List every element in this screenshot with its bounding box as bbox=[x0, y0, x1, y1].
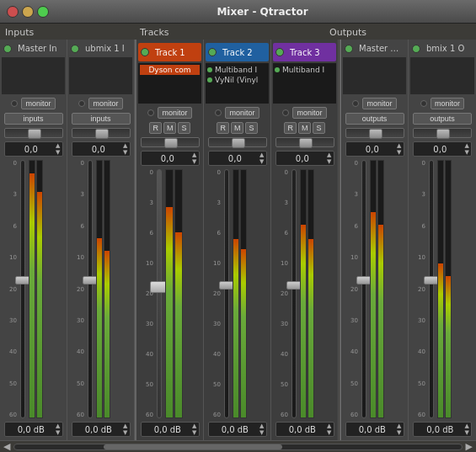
close-button[interactable] bbox=[7, 6, 19, 18]
channel-led bbox=[275, 48, 284, 56]
plugin-item-2[interactable]: VyNil (Vinyl bbox=[207, 75, 267, 85]
horizontal-scrollbar[interactable]: ◀ ▶ bbox=[0, 440, 476, 452]
volume-down[interactable]: ▼ bbox=[56, 149, 60, 156]
db-up[interactable]: ▲ bbox=[56, 423, 60, 429]
db-up[interactable]: ▲ bbox=[397, 423, 401, 429]
meter bbox=[96, 160, 110, 418]
scroll-right-arrow[interactable]: ▶ bbox=[466, 441, 473, 452]
volume-box: 0,0 ▲ ▼ bbox=[345, 141, 404, 157]
volume-box: 0,0 ▲ ▼ bbox=[413, 141, 472, 157]
solo-button[interactable]: S bbox=[245, 122, 257, 134]
fader[interactable] bbox=[157, 169, 162, 418]
db-down[interactable]: ▼ bbox=[259, 429, 264, 436]
plugin-item-1[interactable]: Multiband I bbox=[207, 65, 267, 75]
monitor-button[interactable]: monitor bbox=[21, 98, 55, 109]
scroll-left-arrow[interactable]: ◀ bbox=[3, 441, 10, 452]
meter bbox=[165, 169, 183, 418]
maximize-button[interactable] bbox=[37, 6, 49, 18]
db-down[interactable]: ▼ bbox=[397, 429, 401, 436]
tracks-section-label: Tracks bbox=[140, 27, 329, 38]
inputs-button[interactable]: inputs bbox=[4, 113, 63, 125]
scale-labels: 036102030405060 bbox=[71, 160, 84, 418]
monitor-button[interactable]: monitor bbox=[88, 98, 122, 109]
pan-slider[interactable] bbox=[208, 137, 267, 147]
volume-up[interactable]: ▲ bbox=[397, 142, 401, 149]
record-button[interactable]: R bbox=[284, 122, 297, 134]
volume-up[interactable]: ▲ bbox=[327, 152, 331, 158]
db-box: 0,0 dB ▲ ▼ bbox=[141, 422, 200, 437]
db-box: 0,0 dB ▲ ▼ bbox=[275, 422, 334, 437]
volume-down[interactable]: ▼ bbox=[397, 149, 401, 156]
db-down[interactable]: ▼ bbox=[465, 429, 469, 436]
volume-down[interactable]: ▼ bbox=[192, 158, 196, 165]
db-up[interactable]: ▲ bbox=[192, 423, 196, 429]
pan-slider[interactable] bbox=[345, 128, 404, 138]
fader[interactable] bbox=[291, 169, 297, 418]
minimize-button[interactable] bbox=[22, 6, 34, 18]
db-value: 0,0 dB bbox=[348, 425, 398, 434]
volume-up[interactable]: ▲ bbox=[259, 152, 264, 158]
volume-value: 0,0 bbox=[211, 154, 260, 163]
db-down[interactable]: ▼ bbox=[123, 429, 127, 436]
db-down[interactable]: ▼ bbox=[327, 429, 331, 436]
scale-labels: 036102030405060 bbox=[275, 169, 288, 418]
input-channel-master-in: Master In monitor inputs 0,0 ▲ ▼ bbox=[0, 40, 67, 440]
monitor-button[interactable]: monitor bbox=[158, 107, 191, 119]
volume-down[interactable]: ▼ bbox=[465, 149, 469, 156]
db-up[interactable]: ▲ bbox=[327, 423, 331, 429]
db-up[interactable]: ▲ bbox=[465, 423, 469, 429]
pan-slider[interactable] bbox=[275, 137, 334, 147]
meter bbox=[437, 160, 452, 418]
solo-button[interactable]: S bbox=[178, 122, 190, 134]
outputs-section-label: Outputs bbox=[329, 27, 471, 38]
outputs-button[interactable]: outputs bbox=[345, 113, 404, 125]
monitor-button[interactable]: monitor bbox=[362, 98, 396, 109]
volume-value: 0,0 bbox=[348, 145, 398, 154]
fader[interactable] bbox=[20, 160, 25, 418]
volume-down[interactable]: ▼ bbox=[123, 149, 127, 156]
inputs-button[interactable]: inputs bbox=[72, 113, 131, 125]
plugin-list: Multiband I VyNil (Vinyl bbox=[206, 63, 269, 104]
volume-up[interactable]: ▲ bbox=[465, 142, 469, 149]
monitor-led bbox=[11, 100, 18, 107]
fader[interactable] bbox=[224, 169, 229, 418]
monitor-led bbox=[78, 100, 85, 107]
pan-slider[interactable] bbox=[4, 128, 63, 138]
volume-up[interactable]: ▲ bbox=[56, 142, 60, 149]
scale-labels: 036102030405060 bbox=[140, 169, 153, 418]
meter bbox=[370, 160, 384, 418]
fader[interactable] bbox=[361, 160, 366, 418]
mute-button[interactable]: M bbox=[231, 122, 244, 134]
solo-button[interactable]: S bbox=[313, 122, 324, 134]
plugin-dyson[interactable]: Dyson com bbox=[140, 65, 200, 75]
db-value: 0,0 dB bbox=[74, 425, 124, 434]
volume-down[interactable]: ▼ bbox=[259, 158, 264, 165]
volume-up[interactable]: ▲ bbox=[123, 142, 127, 149]
pan-slider[interactable] bbox=[141, 137, 200, 147]
db-up[interactable]: ▲ bbox=[259, 423, 264, 429]
volume-up[interactable]: ▲ bbox=[192, 152, 196, 158]
volume-box: 0,0 ▲ ▼ bbox=[275, 151, 334, 166]
fader[interactable] bbox=[429, 160, 434, 418]
monitor-button[interactable]: monitor bbox=[292, 107, 326, 119]
record-button[interactable]: R bbox=[149, 122, 162, 134]
mute-button[interactable]: M bbox=[163, 122, 177, 134]
outputs-button[interactable]: outputs bbox=[413, 113, 472, 125]
volume-down[interactable]: ▼ bbox=[327, 158, 331, 165]
db-up[interactable]: ▲ bbox=[123, 423, 127, 429]
channel-name: Master In bbox=[15, 43, 60, 54]
channel-led bbox=[412, 45, 420, 53]
pan-slider[interactable] bbox=[413, 128, 472, 138]
monitor-button[interactable]: monitor bbox=[225, 107, 259, 119]
record-button[interactable]: R bbox=[217, 122, 229, 134]
volume-box: 0,0 ▲ ▼ bbox=[4, 141, 63, 157]
plugin-item-1[interactable]: Multiband I bbox=[275, 65, 334, 75]
mute-button[interactable]: M bbox=[298, 122, 312, 134]
scrollbar-track[interactable] bbox=[13, 444, 462, 450]
db-box: 0,0 dB ▲ ▼ bbox=[72, 422, 131, 437]
monitor-button[interactable]: monitor bbox=[431, 98, 464, 109]
db-down[interactable]: ▼ bbox=[192, 429, 196, 436]
db-down[interactable]: ▼ bbox=[56, 429, 60, 436]
fader[interactable] bbox=[88, 160, 93, 418]
pan-slider[interactable] bbox=[72, 128, 131, 138]
